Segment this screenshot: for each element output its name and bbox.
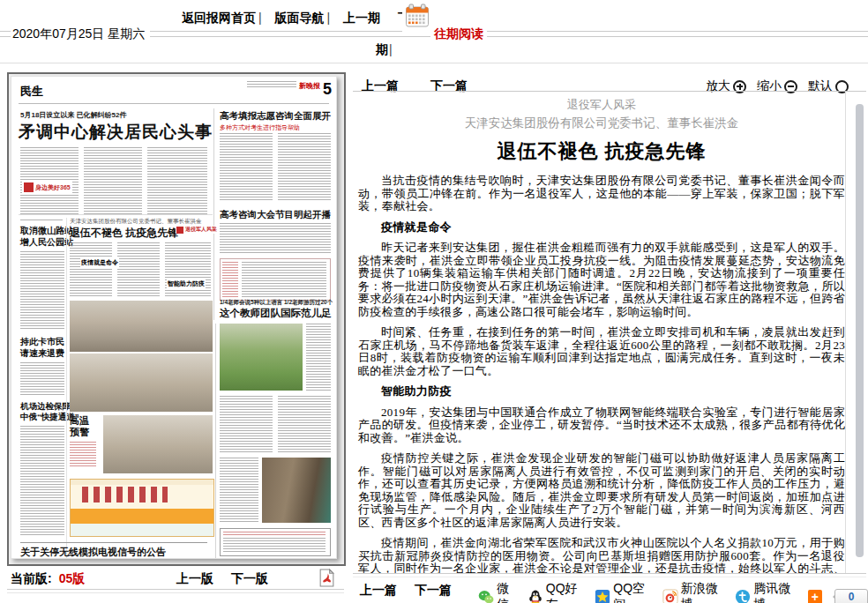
greeked-text bbox=[223, 538, 326, 553]
share-tencent-weibo[interactable]: 腾讯微博 bbox=[735, 581, 799, 603]
thumb-column-rule bbox=[213, 108, 214, 320]
nav-layout-link[interactable]: 版面导航 bbox=[275, 11, 325, 25]
top-divider-3 bbox=[0, 63, 868, 63]
article-subtitle: 天津安达集团股份有限公司党委书记、董事长崔洪金 bbox=[358, 115, 845, 131]
qq-penguin-icon bbox=[528, 589, 543, 603]
greeked-text bbox=[306, 324, 331, 391]
thumb-page-number: 5 bbox=[323, 81, 332, 97]
thumb-badge-365-label: 身边美好365 bbox=[35, 183, 71, 192]
share-qzone[interactable]: QQ空间 bbox=[595, 581, 655, 603]
thumb-a2-subtitle: 多种方式对考生进行指导帮助 bbox=[220, 123, 300, 132]
sina-weibo-icon bbox=[662, 589, 678, 603]
greeked-text bbox=[223, 532, 326, 535]
share-bar: 微信 QQ好友 QQ空间 bbox=[478, 581, 868, 603]
nav-prev-issue-link[interactable]: 上一期 bbox=[343, 11, 380, 25]
thumb-paper-name: 新晚报 bbox=[299, 81, 320, 91]
next-page-link[interactable]: 下一版 bbox=[231, 571, 268, 587]
ad-calligraphy bbox=[82, 487, 168, 502]
thumb-schedule-table bbox=[220, 258, 331, 301]
greeked-text bbox=[222, 262, 238, 297]
share-tencent-weibo-label: 腾讯微博 bbox=[753, 581, 799, 603]
advertisement bbox=[70, 479, 214, 537]
bookshelf-photo bbox=[262, 458, 331, 523]
grass-photo bbox=[220, 324, 303, 391]
article-right-edge bbox=[845, 92, 846, 573]
newspaper-page-thumbnail[interactable]: 民生·社会 新晚报 5 5月18日设立以来 已化解纠纷52件 矛调中心解决居民心… bbox=[11, 76, 337, 559]
thumb-row-rule bbox=[19, 214, 213, 215]
share-count-badge[interactable]: 0 bbox=[834, 589, 868, 603]
red-square-icon bbox=[176, 227, 183, 234]
nav-next-issue-link-2[interactable]: 期 bbox=[376, 42, 388, 56]
nav-separator: | bbox=[327, 11, 331, 25]
article-content: 退役军人风采 天津安达集团股份有限公司党委书记、董事长崔洪金 退伍不褪色 抗疫急… bbox=[355, 92, 849, 573]
greeked-text bbox=[278, 396, 331, 452]
thumb-a8-line2: 预警 bbox=[70, 427, 89, 438]
share-sina-weibo[interactable]: 新浪微博 bbox=[662, 581, 727, 603]
bottom-left-divider-2 bbox=[7, 592, 344, 593]
article-paragraph: 2019年，安达集团与中国联通合作成立了物联网智能终端联合实验室，专门进行智能居… bbox=[358, 406, 845, 445]
thumb-masthead: 新晚报 5 bbox=[247, 81, 332, 97]
next-article-link-bottom[interactable]: 下一篇 bbox=[415, 583, 452, 599]
thumb-a1-headline: 矛调中心解决居民心头事 bbox=[19, 121, 213, 144]
greeked-text bbox=[84, 147, 142, 216]
share-more-button[interactable]: + bbox=[808, 590, 822, 603]
thumb-notice-box bbox=[220, 528, 331, 556]
article-title: 退伍不褪色 抗疫急先锋 bbox=[358, 138, 845, 165]
greeked-text bbox=[242, 262, 326, 297]
thumb-column-rule bbox=[66, 218, 67, 558]
share-sina-weibo-label: 新浪微博 bbox=[681, 581, 727, 603]
article-kicker: 退役军人风采 bbox=[358, 97, 845, 113]
article-paragraph: 时间紧、任务重，在接到任务的第一时间，崔洪金立即安排司机和车辆，凌晨就出发赶到石… bbox=[358, 326, 845, 377]
current-page-value: 05版 bbox=[59, 571, 86, 585]
thumb-a4-headline-2: 增人民公园站 bbox=[20, 236, 73, 249]
current-page-label: 当前版:05版 bbox=[11, 571, 85, 587]
article-section-heading: 疫情就是命令 bbox=[358, 221, 845, 234]
past-issues-link[interactable]: 往期阅读 bbox=[430, 26, 487, 42]
greeked-text bbox=[220, 458, 258, 523]
thumb-section-rest: ·社会 bbox=[20, 84, 41, 96]
thumb-masthead-info bbox=[247, 81, 296, 89]
thumb-a9-kicker: 1/4老师会说5种以上语言 1/2老师游历过20个以上国家 bbox=[220, 299, 333, 307]
thumb-a5-headline: 退伍不褪色 抗疫急先锋 bbox=[70, 226, 178, 241]
thumb-a4-headline-1: 取消微山路站 bbox=[20, 225, 73, 237]
greeked-text bbox=[20, 426, 64, 537]
greeked-text bbox=[147, 147, 207, 216]
thumb-a5-subhead-1: 疫情就是命令 bbox=[80, 258, 119, 267]
share-wechat[interactable]: 微信 bbox=[478, 581, 520, 603]
prev-page-link[interactable]: 上一版 bbox=[176, 571, 213, 587]
calendar-icon[interactable] bbox=[402, 3, 432, 33]
thumb-column-rule bbox=[215, 324, 216, 558]
thumb-a6-headline-1: 持此卡市民 bbox=[20, 336, 64, 348]
greeked-text bbox=[220, 396, 273, 452]
article-body: 当抗击疫情的集结号吹响时，天津安达集团股份有限公司党委书记、董事长崔洪金闻令而动… bbox=[358, 175, 845, 573]
nav-home-link[interactable]: 返回报网首页 bbox=[182, 11, 256, 25]
share-qq[interactable]: QQ好友 bbox=[528, 581, 587, 603]
greeked-text bbox=[20, 362, 64, 396]
pdf-icon[interactable] bbox=[319, 569, 334, 591]
thumb-a5-badge-label: 退役军人风采 bbox=[185, 226, 217, 234]
nav-next-issue-wrap[interactable]: 期| bbox=[376, 42, 400, 58]
article-footer-divider-1 bbox=[353, 573, 866, 574]
calendar-icon-svg bbox=[404, 3, 430, 29]
street-photo-3 bbox=[103, 415, 213, 473]
greeked-text bbox=[70, 242, 112, 297]
current-page-caption: 当前版: bbox=[11, 571, 52, 585]
page-thumbnail-panel: 民生·社会 新晚报 5 5月18日设立以来 已化解纠纷52件 矛调中心解决居民心… bbox=[7, 72, 346, 566]
thumb-a10-headline: 关于关停无线模拟电视信号的公告 bbox=[20, 542, 207, 559]
prev-article-link-bottom[interactable]: 上一篇 bbox=[360, 583, 397, 599]
scrollbar-thumb[interactable] bbox=[856, 104, 864, 557]
red-square-icon bbox=[24, 182, 34, 192]
thumb-badge-365: 身边美好365 bbox=[22, 181, 72, 194]
greeked-text bbox=[20, 220, 63, 222]
nav-separator: | bbox=[389, 42, 393, 56]
tencent-weibo-icon bbox=[735, 589, 751, 603]
greeked-text bbox=[278, 133, 331, 202]
article-paragraph: 昨天记者来到安达集团，握住崔洪金粗糙而强有力的双手就能感受到，这是军人的双手。疫… bbox=[358, 242, 845, 318]
article-paragraph: 疫情防控关键之际，崔洪金发现企业研发的智能门磁可以协助做好返津人员居家隔离工作。… bbox=[358, 452, 845, 529]
thumb-a1-kicker: 5月18日设立以来 已化解纠纷52件 bbox=[20, 110, 126, 120]
wechat-icon bbox=[478, 589, 494, 603]
pdf-icon-svg bbox=[319, 569, 334, 587]
thumb-a3-headline: 高考咨询大会节目明起开播 bbox=[220, 209, 331, 221]
share-wechat-label: 微信 bbox=[497, 581, 520, 603]
qzone-star-icon bbox=[595, 589, 610, 603]
